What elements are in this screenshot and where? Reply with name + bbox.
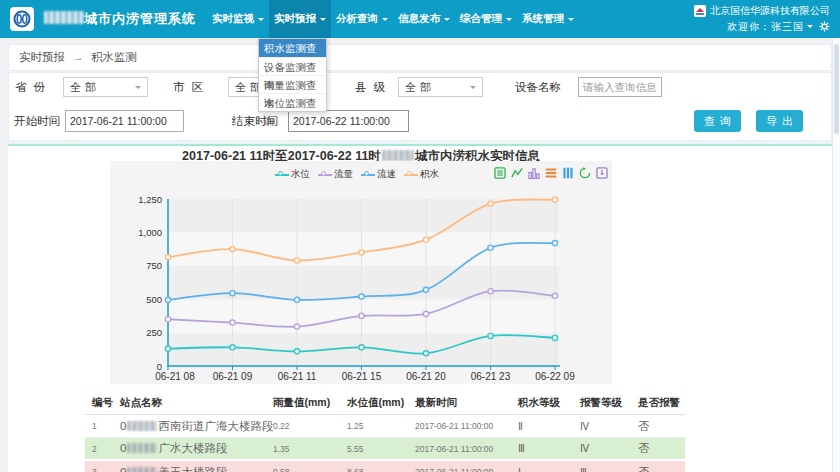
scrollbar-thumb[interactable] xyxy=(834,44,839,134)
data-view-icon[interactable] xyxy=(494,167,506,179)
redacted-name-part xyxy=(127,421,157,431)
nav-item-2[interactable]: 分析查询 xyxy=(331,0,393,38)
legend-label: 水位 xyxy=(291,168,310,181)
nav-item-4[interactable]: 综合管理 xyxy=(455,0,517,38)
stack-icon[interactable] xyxy=(545,167,557,179)
company-line: 北京国信华源科技有限公司 xyxy=(694,3,830,19)
nav-item-label: 综合管理 xyxy=(460,12,502,26)
county-label: 县级 xyxy=(355,77,392,97)
redacted-name-part xyxy=(127,443,157,453)
device-name-placeholder: 请输入查询信息 xyxy=(583,81,657,93)
city-label: 市区 xyxy=(173,77,210,97)
svg-text:0: 0 xyxy=(157,361,162,372)
table-cell: 否 xyxy=(638,441,685,456)
table-header-cell: 报警等级 xyxy=(580,396,638,410)
svg-text:06-21 08: 06-21 08 xyxy=(155,371,195,382)
welcome-text[interactable]: 欢迎你：张三国 xyxy=(727,19,804,34)
end-time-input[interactable]: 2017-06-22 11:00:00 xyxy=(288,110,409,132)
table-header-cell: 积水等级 xyxy=(518,396,580,410)
dropdown-item-2[interactable]: 雨量监测查询 xyxy=(259,75,326,93)
restore-icon[interactable] xyxy=(579,167,591,179)
table-header-cell: 最新时间 xyxy=(415,396,518,410)
line-chart-icon[interactable] xyxy=(511,167,523,179)
chevron-down-icon xyxy=(382,18,388,24)
breadcrumb-page: 积水监测 xyxy=(91,51,137,63)
table-cell: 1 xyxy=(92,421,120,431)
table-cell: 0美玉大楼路段 xyxy=(120,465,273,472)
nav-item-label: 实时预报 xyxy=(274,12,316,26)
nav-item-0[interactable]: 实时监视 xyxy=(207,0,269,38)
nav-item-label: 分析查询 xyxy=(336,12,378,26)
table-cell: 3 xyxy=(92,467,120,472)
dropdown-item-0[interactable]: 积水监测查询 xyxy=(259,39,326,57)
tile-icon[interactable] xyxy=(562,167,574,179)
svg-text:06-21 11: 06-21 11 xyxy=(278,371,317,382)
table-cell: Ⅰ xyxy=(518,467,580,472)
table-cell: 否 xyxy=(638,419,685,434)
device-name-label: 设备名称 xyxy=(515,77,561,97)
stations-table: 编号站点名称雨量值(mm)水位值(mm)最新时间积水等级报警等级是否报警10西南… xyxy=(85,392,685,472)
page-scrollbar[interactable] xyxy=(832,38,840,472)
chevron-down-icon xyxy=(258,18,264,24)
nav-item-1[interactable]: 实时预报 xyxy=(269,0,331,38)
line-chart-plot: 02505007501,0001,25006-21 0806-21 0906-2… xyxy=(110,161,612,384)
app-logo-icon xyxy=(10,7,34,31)
county-select[interactable]: 全部 xyxy=(398,77,483,97)
table-cell: 8.68 xyxy=(347,467,415,472)
table-cell: 2017-06-21 11:00:00 xyxy=(415,467,518,472)
table-header-cell: 水位值(mm) xyxy=(347,396,415,410)
nav-dropdown-menu: 积水监测查询设备监测查询雨量监测查询水位监测查询 xyxy=(258,38,327,112)
bar-chart-icon[interactable] xyxy=(528,167,540,179)
legend-item-积水[interactable]: 积水 xyxy=(404,168,439,181)
legend-label: 流量 xyxy=(334,168,353,181)
breadcrumb-separator-icon: → xyxy=(72,51,84,63)
nav-item-label: 系统管理 xyxy=(522,12,564,26)
table-header-row: 编号站点名称雨量值(mm)水位值(mm)最新时间积水等级报警等级是否报警 xyxy=(85,392,685,415)
chevron-down-icon xyxy=(320,18,326,24)
county-value: 全部 xyxy=(405,80,435,95)
start-time-input[interactable]: 2017-06-21 11:00:00 xyxy=(65,110,184,132)
query-button[interactable]: 查询 xyxy=(694,110,741,132)
legend-label: 流速 xyxy=(377,168,396,181)
save-image-icon[interactable] xyxy=(596,167,608,179)
nav-item-5[interactable]: 系统管理 xyxy=(517,0,579,38)
legend-item-流速[interactable]: 流速 xyxy=(361,168,396,181)
svg-text:06-21 23: 06-21 23 xyxy=(471,371,511,382)
dropdown-item-1[interactable]: 设备监测查询 xyxy=(259,57,326,75)
dropdown-item-3[interactable]: 水位监测查询 xyxy=(259,93,326,111)
device-name-input[interactable]: 请输入查询信息 xyxy=(578,77,662,97)
legend-marker-icon xyxy=(361,171,375,179)
svg-text:06-22 09: 06-22 09 xyxy=(535,371,575,382)
table-header-cell: 是否报警 xyxy=(638,396,685,410)
table-cell: 0.22 xyxy=(273,421,347,431)
redacted-city-name xyxy=(44,11,84,24)
nav-item-label: 信息发布 xyxy=(398,12,440,26)
nav-item-3[interactable]: 信息发布 xyxy=(393,0,455,38)
legend-item-流量[interactable]: 流量 xyxy=(318,168,353,181)
start-time-label: 开始时间 xyxy=(14,111,60,131)
legend-marker-icon xyxy=(275,171,289,179)
table-cell: 2 xyxy=(92,444,120,454)
table-cell: Ⅲ xyxy=(580,467,638,472)
app-title: 城市内涝管理系统 xyxy=(44,0,196,38)
table-row-2[interactable]: 20广水大楼路段1.355.552017-06-21 11:00:00ⅢⅣ否 xyxy=(85,438,685,461)
svg-text:500: 500 xyxy=(146,294,162,305)
export-button[interactable]: 导出 xyxy=(756,110,803,132)
redacted-city-name xyxy=(382,150,414,161)
breadcrumb-section[interactable]: 实时预报 xyxy=(19,51,65,63)
legend-label: 积水 xyxy=(420,168,439,181)
table-cell: 1.25 xyxy=(347,421,415,431)
legend-item-水位[interactable]: 水位 xyxy=(275,168,310,181)
province-select[interactable]: 全部 xyxy=(63,77,148,97)
legend-marker-icon xyxy=(404,171,418,179)
chevron-down-icon xyxy=(568,18,574,24)
breadcrumb: 实时预报 → 积水监测 xyxy=(8,44,832,71)
table-row-3[interactable]: 30美玉大楼路段0.588.682017-06-21 11:00:00ⅠⅢ否 xyxy=(85,461,685,472)
table-row-1[interactable]: 10西南街道广海大楼路段0.221.252017-06-21 11:00:00Ⅱ… xyxy=(85,415,685,438)
logo-emblem-icon xyxy=(12,9,32,29)
svg-text:750: 750 xyxy=(146,260,162,271)
table-cell: Ⅳ xyxy=(580,443,638,454)
table-cell: 5.55 xyxy=(347,444,415,454)
select-caret-icon xyxy=(135,86,141,92)
settings-gear-icon[interactable] xyxy=(819,21,830,32)
